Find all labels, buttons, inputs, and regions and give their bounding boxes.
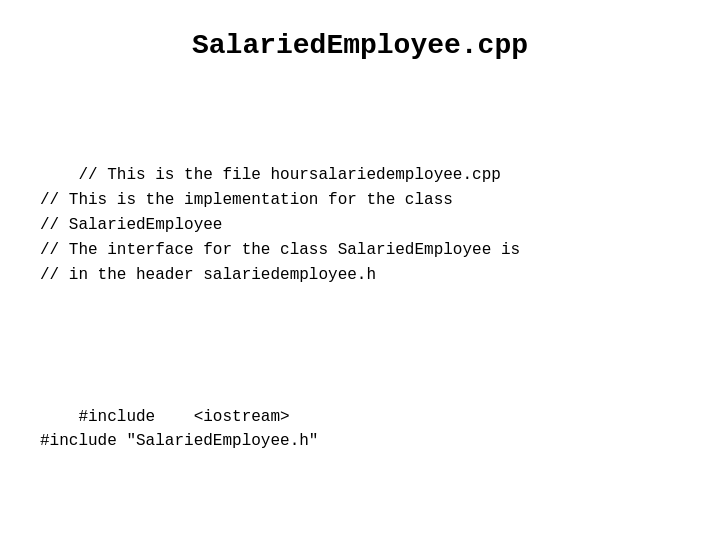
comment-line-3: // SalariedEmployee [40,216,222,234]
code-block: // This is the file hoursalariedemployee… [20,89,700,540]
comment-line-5: // in the header salariedemployee.h [40,266,376,284]
comment-line-1: // This is the file hoursalariedemployee… [78,166,500,184]
include-line-2: #include "SalariedEmployee.h" [40,432,318,450]
comment-line-2: // This is the implementation for the cl… [40,191,453,209]
includes-section: #include <iostream> #include "SalariedEm… [40,380,680,479]
comments-section: // This is the file hoursalariedemployee… [40,139,680,313]
page-title: SalariedEmployee.cpp [192,30,528,61]
comment-line-4: // The interface for the class SalariedE… [40,241,520,259]
include-line-1: #include <iostream> [78,408,289,426]
